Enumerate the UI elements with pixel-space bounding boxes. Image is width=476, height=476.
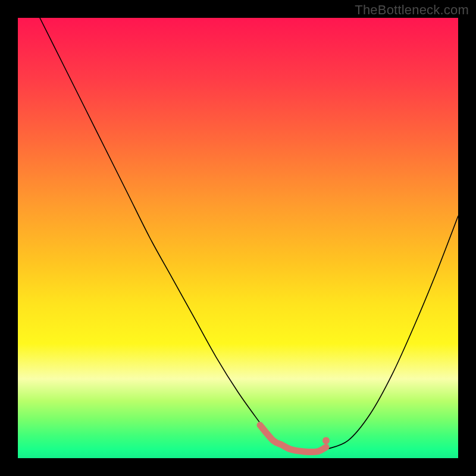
series-optimal-band [260, 425, 326, 452]
chart-frame: TheBottleneck.com [0, 0, 476, 476]
series-main-curve [40, 18, 458, 452]
chart-svg [18, 18, 458, 458]
plot-area [18, 18, 458, 458]
brand-label: TheBottleneck.com [355, 2, 469, 18]
band-end-dot [322, 437, 330, 444]
